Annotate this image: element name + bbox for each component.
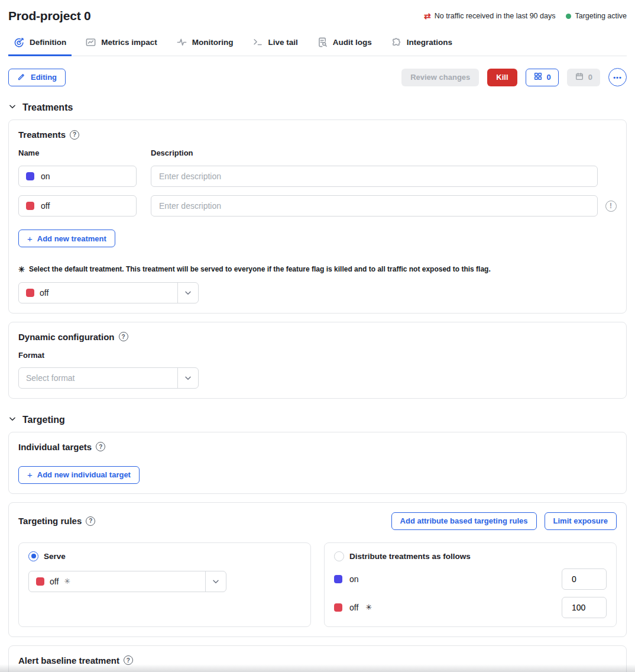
add-treatment-button[interactable]: + Add new treatment [18, 230, 115, 247]
default-star-icon: ✳ [18, 265, 25, 274]
traffic-status-text: No traffic received in the last 90 days [435, 12, 556, 20]
tab-label: Live tail [268, 38, 298, 47]
review-changes-button[interactable]: Review changes [401, 69, 479, 86]
add-individual-target-button[interactable]: + Add new individual target [18, 466, 140, 484]
tab-label: Audit logs [333, 38, 372, 47]
treatment-description-input[interactable] [151, 195, 598, 217]
default-star-icon: ✳ [365, 603, 372, 612]
dynamic-config-title: Dynamic configuration [18, 332, 115, 342]
treatment-name-input[interactable]: off [18, 195, 137, 217]
calendar-icon [575, 72, 584, 83]
tab-label: Integrations [407, 38, 452, 47]
targeting-section-toggle[interactable]: Targeting [8, 415, 627, 425]
tab-label: Metrics impact [101, 38, 157, 47]
status-dot-icon [566, 14, 571, 19]
puzzle-icon [391, 37, 402, 48]
format-select[interactable]: Select format [18, 367, 199, 389]
tab-live-tail[interactable]: Live tail [247, 37, 303, 56]
alert-baseline-card: Alert baseline treatment ? off ✳ alert n… [8, 645, 627, 672]
add-treatment-label: Add new treatment [37, 234, 106, 243]
serve-treatment-select[interactable]: off ✳ [28, 571, 226, 592]
description-column-label: Description [151, 148, 617, 157]
distribute-percentage-input[interactable] [562, 597, 607, 618]
help-icon[interactable]: ? [96, 442, 105, 451]
ellipsis-icon: ••• [613, 74, 622, 81]
chevron-down-icon [8, 415, 17, 425]
pencil-icon [17, 72, 26, 83]
schedule-count-button[interactable]: 0 [567, 69, 600, 86]
format-label: Format [18, 351, 617, 360]
kill-button[interactable]: Kill [487, 69, 517, 86]
more-actions-button[interactable]: ••• [608, 68, 627, 86]
help-icon[interactable]: ? [70, 130, 79, 140]
tab-definition[interactable]: Definition [8, 37, 72, 56]
treatments-section-toggle[interactable]: Treatments [8, 102, 627, 113]
distribute-panel: Distribute treatments as follows on off … [324, 542, 617, 627]
tab-metrics-impact[interactable]: Metrics impact [80, 37, 163, 56]
page-header: Prod-project 0 ⇄ No traffic received in … [8, 0, 627, 23]
serve-panel: Serve off ✳ [18, 542, 311, 627]
treatment-name-value: on [41, 172, 50, 181]
help-icon[interactable]: ? [124, 655, 133, 665]
serve-treatment-value: off [50, 577, 59, 586]
tab-monitoring[interactable]: Monitoring [171, 37, 239, 56]
traffic-status: ⇄ No traffic received in the last 90 day… [424, 12, 555, 20]
serve-label: Serve [44, 552, 66, 561]
treatment-color-swatch [26, 289, 34, 297]
treatment-description-input[interactable] [151, 166, 598, 187]
editing-button-label: Editing [31, 73, 57, 82]
schedule-count: 0 [588, 73, 592, 82]
tab-audit-logs[interactable]: Audit logs [312, 37, 377, 56]
dynamic-configuration-card: Dynamic configuration ? Format Select fo… [8, 322, 627, 399]
feature-flag-page: Prod-project 0 ⇄ No traffic received in … [0, 0, 635, 672]
page-title: Prod-project 0 [8, 9, 91, 23]
radio-unselected-icon[interactable] [334, 551, 344, 561]
grid-icon [533, 72, 543, 83]
add-attribute-rules-button[interactable]: Add attribute based targeting rules [391, 512, 537, 530]
plus-icon: + [27, 470, 33, 479]
distribute-percentage-input[interactable] [562, 568, 607, 590]
terminal-icon [252, 37, 264, 48]
traffic-arrows-icon: ⇄ [424, 12, 431, 20]
format-placeholder: Select format [26, 373, 74, 383]
targeting-rules-title: Targeting rules [18, 516, 82, 526]
versions-count: 0 [547, 73, 551, 82]
tab-label: Definition [30, 38, 66, 47]
serve-radio-row[interactable]: Serve [28, 551, 301, 561]
default-treatment-select[interactable]: off [18, 282, 199, 303]
default-treatment-note: ✳ Select the default treatment. This tre… [18, 265, 617, 274]
treatment-name-value: off [41, 201, 50, 211]
help-icon[interactable]: ? [119, 332, 128, 341]
treatment-color-swatch [26, 202, 34, 210]
tab-integrations[interactable]: Integrations [385, 37, 458, 56]
add-individual-target-label: Add new individual target [37, 470, 131, 479]
distribute-radio-row[interactable]: Distribute treatments as follows [334, 551, 607, 561]
limit-exposure-button[interactable]: Limit exposure [545, 512, 617, 530]
treatment-description-cell [151, 166, 617, 187]
targeting-status: Targeting active [566, 12, 627, 20]
versions-count-button[interactable]: 0 [526, 69, 559, 86]
treatment-name-input[interactable]: on [18, 166, 137, 187]
alert-circle-icon[interactable]: ! [605, 201, 617, 212]
distribute-treatment-name: off [349, 603, 358, 612]
name-column-label: Name [18, 148, 137, 157]
editing-button[interactable]: Editing [8, 69, 66, 86]
chevron-down-icon [205, 571, 226, 592]
chevron-down-icon [177, 368, 198, 388]
help-icon[interactable]: ? [86, 516, 95, 526]
distribute-treatment-name: on [349, 574, 359, 584]
chevron-down-icon [177, 283, 198, 303]
treatment-color-swatch [36, 577, 44, 586]
treatments-section-title: Treatments [22, 102, 73, 113]
default-treatment-value: off [40, 288, 48, 298]
individual-targets-title: Individual targets [18, 442, 92, 452]
alert-baseline-title: Alert baseline treatment [18, 655, 119, 665]
radio-selected-icon[interactable] [28, 551, 38, 561]
individual-targets-card: Individual targets ? + Add new individua… [8, 432, 627, 494]
targeting-rules-card: Targeting rules ? Add attribute based ta… [8, 502, 627, 637]
plus-icon: + [27, 234, 33, 243]
action-toolbar: Editing Review changes Kill 0 [8, 68, 627, 86]
distribute-row: on [334, 568, 607, 590]
definition-target-icon [14, 37, 25, 48]
treatments-card-title: Treatments [18, 130, 66, 140]
